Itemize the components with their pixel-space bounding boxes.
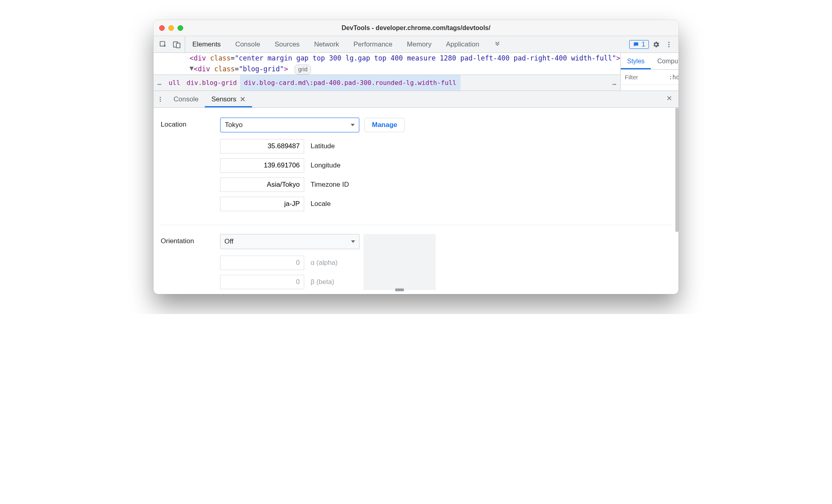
tab-console[interactable]: Console: [228, 36, 267, 52]
timezone-input[interactable]: [220, 177, 304, 192]
timezone-label: Timezone ID: [311, 181, 349, 189]
beta-input: [220, 275, 304, 289]
chevron-down-icon: [351, 240, 355, 243]
attr-value: "center margin gap top 300 lg.gap top 40…: [235, 54, 616, 62]
alpha-input: [220, 256, 304, 270]
location-select-value: Tokyo: [225, 121, 242, 129]
svg-point-3: [668, 42, 670, 43]
toolbar-tabs: Elements Console Sources Network Perform…: [185, 36, 625, 52]
styles-pane: Styles Computed Layout :hov .cls: [620, 53, 679, 91]
scrollbar[interactable]: [675, 108, 679, 232]
drawer-close-icon[interactable]: [660, 95, 679, 104]
location-label: Location: [161, 117, 220, 216]
tab-network[interactable]: Network: [307, 36, 346, 52]
svg-point-5: [668, 46, 670, 47]
crumb-overflow-left[interactable]: …: [153, 79, 166, 87]
sensors-panel: Location Tokyo Manage Latitude Longitude: [153, 108, 679, 294]
crumb-seg-active[interactable]: div.blog-card.md\:pad-400.pad-300.rounde…: [240, 75, 460, 91]
crumb-seg[interactable]: ull: [166, 79, 184, 87]
device-toggle-icon[interactable]: [171, 39, 182, 50]
titlebar: DevTools - developer.chrome.com/tags/dev…: [153, 20, 679, 36]
crumb-seg[interactable]: div.blog-grid: [184, 79, 240, 87]
tab-performance[interactable]: Performance: [346, 36, 400, 52]
styles-filter-input[interactable]: [625, 74, 665, 81]
crumb-overflow-right[interactable]: …: [608, 79, 620, 87]
svg-point-10: [160, 99, 161, 100]
gear-icon[interactable]: [650, 39, 662, 50]
chevron-down-icon: [351, 124, 355, 126]
orientation-section: Orientation Off α (alpha): [161, 234, 671, 294]
tabs-overflow-icon[interactable]: [487, 36, 508, 52]
preview-handle: [395, 288, 404, 291]
beta-label: β (beta): [311, 278, 334, 286]
drawer-tab-label: Sensors: [211, 95, 236, 103]
latitude-input[interactable]: [220, 139, 304, 153]
styles-tabs: Styles Computed Layout: [621, 53, 679, 70]
location-select[interactable]: Tokyo: [220, 117, 359, 133]
orientation-select[interactable]: Off: [220, 234, 359, 249]
orientation-preview[interactable]: [363, 234, 436, 290]
drawer-tab-sensors[interactable]: Sensors ✕: [205, 91, 252, 107]
drawer-kebab-icon[interactable]: [153, 96, 167, 103]
grid-badge[interactable]: grid: [295, 65, 311, 74]
styles-filter-bar: :hov .cls: [621, 70, 679, 85]
toolbar-right: 1: [625, 36, 679, 52]
section-divider: [161, 225, 671, 225]
breadcrumb: … ull div.blog-grid div.blog-card.md\:pa…: [153, 75, 620, 91]
tab-application[interactable]: Application: [439, 36, 487, 52]
main-toolbar: Elements Console Sources Network Perform…: [153, 36, 679, 53]
svg-point-11: [160, 101, 161, 102]
styles-content: [621, 85, 679, 91]
attr-name: class: [214, 65, 234, 73]
svg-point-4: [668, 44, 670, 45]
whats-new-count: 1: [642, 41, 645, 48]
orientation-label: Orientation: [161, 234, 220, 294]
elements-dom-tree[interactable]: <div class="center margin gap top 300 lg…: [153, 53, 620, 75]
longitude-label: Longitude: [311, 161, 341, 169]
whats-new-chip[interactable]: 1: [629, 40, 649, 49]
orientation-select-value: Off: [224, 238, 233, 246]
elements-styles-split: <div class="center margin gap top 300 lg…: [153, 53, 679, 91]
svg-rect-2: [176, 43, 180, 48]
toolbar-left: [153, 36, 185, 52]
manage-button[interactable]: Manage: [364, 118, 405, 132]
tab-sources[interactable]: Sources: [267, 36, 307, 52]
window-title: DevTools - developer.chrome.com/tags/dev…: [153, 24, 679, 32]
locale-input[interactable]: [220, 197, 304, 211]
kebab-icon[interactable]: [663, 39, 674, 50]
close-icon[interactable]: ✕: [240, 95, 246, 104]
styles-tab-computed[interactable]: Computed: [651, 53, 679, 69]
tab-memory[interactable]: Memory: [400, 36, 438, 52]
latitude-label: Latitude: [311, 142, 335, 150]
devtools-window: DevTools - developer.chrome.com/tags/dev…: [153, 20, 679, 294]
styles-tab-styles[interactable]: Styles: [621, 53, 651, 69]
tab-elements[interactable]: Elements: [185, 36, 228, 52]
tag-open: <div: [194, 65, 214, 73]
tag-close: >: [284, 65, 288, 73]
drawer-header: Console Sensors ✕: [153, 91, 679, 108]
svg-point-9: [160, 97, 161, 98]
drawer-tab-console[interactable]: Console: [167, 91, 205, 107]
locale-label: Locale: [311, 200, 331, 208]
attr-value: "blog-grid": [239, 65, 284, 73]
hov-toggle[interactable]: :hov: [669, 74, 679, 81]
location-section: Location Tokyo Manage Latitude Longitude: [161, 117, 671, 216]
alpha-label: α (alpha): [311, 259, 337, 267]
longitude-input[interactable]: [220, 158, 304, 173]
inspect-icon[interactable]: [158, 39, 169, 50]
